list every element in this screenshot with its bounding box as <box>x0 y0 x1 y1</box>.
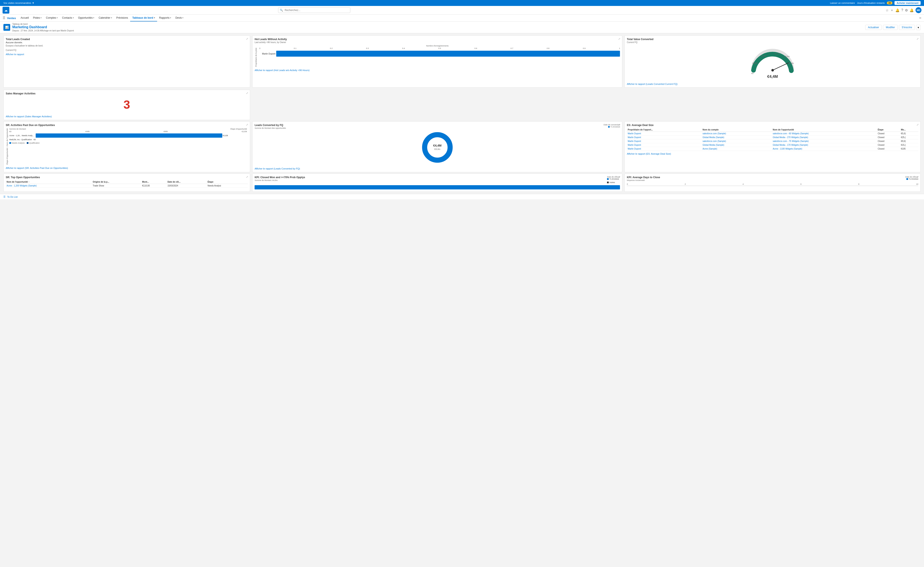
no-data-sub-text: Essayez d'actualiser le tableau de bord. <box>6 45 248 47</box>
nav-item-devis[interactable]: Devis ▾ <box>173 15 185 21</box>
amount-1: €5,0( <box>900 132 918 135</box>
nav-item-calendrier[interactable]: Calendrier ▾ <box>96 15 114 21</box>
average-deal-expand-icon[interactable]: ⤢ <box>916 123 919 126</box>
opp-col-amount: Mont... <box>141 180 167 184</box>
hot-leads-report-link[interactable]: Afficher le rapport (Hot Leads w/o Activ… <box>254 69 620 72</box>
table-row: Martin Dupont salesforce.com (Sample) sa… <box>627 140 918 143</box>
nav-item-previsions[interactable]: Prévisions <box>114 15 130 21</box>
average-deal-report-link[interactable]: Afficher le rapport (ES: Average Deal Si… <box>627 153 918 155</box>
comment-link[interactable]: Laisser un commentaire <box>830 2 855 4</box>
app-logo: ☁ <box>3 7 9 14</box>
bell-icon[interactable]: 🔔 <box>895 8 900 12</box>
modifier-button[interactable]: Modifier <box>883 25 898 30</box>
sinscrire-button[interactable]: S'inscrire <box>899 25 915 30</box>
nav-item-comptes[interactable]: Comptes ▾ <box>44 15 60 21</box>
settings-icon[interactable]: ⚙ <box>905 8 908 12</box>
opp-1[interactable]: salesforce.com - 60 Widgets (Sample) <box>772 132 877 135</box>
stage-1: Closed <box>877 132 900 135</box>
kpi-closed-autres-label: Autres <box>609 182 615 183</box>
activities-report-link[interactable]: Afficher le rapport (SR: Activities Past… <box>6 167 248 169</box>
more-actions-button[interactable]: ▾ <box>916 25 921 30</box>
activities-expand-icon[interactable]: ⤢ <box>246 123 248 126</box>
dashboard-info: Tableau de bord Marketing Dashboard Depu… <box>12 23 74 32</box>
nav-edit-icon[interactable]: ✏ <box>919 16 921 20</box>
leads-converted-widget: Leads Converted by FQ Somme de Montant d… <box>252 122 622 172</box>
help-icon[interactable]: ? <box>901 8 903 12</box>
leads-converted-expand-icon[interactable]: ⤢ <box>618 123 620 126</box>
table-row: Acme - 1,200 Widgets (Sample) Trade Show… <box>6 184 248 188</box>
top-open-opp-expand-icon[interactable]: ⤢ <box>246 176 248 178</box>
star-icon[interactable]: ☆ <box>886 8 889 12</box>
nav-label-accueil: Accueil <box>21 16 29 19</box>
total-value-expand-icon[interactable]: ⤢ <box>916 38 919 40</box>
opp-4[interactable]: Global Media - 170 Widgets (Sample) <box>772 143 877 147</box>
leads-converted-report-link[interactable]: Afficher le rapport (Leads Converted by … <box>254 167 620 170</box>
kpi-avg-expand-icon[interactable]: ⤢ <box>916 176 919 178</box>
add-icon[interactable]: ＋ <box>890 8 894 12</box>
dashboard-since: Depuis : 27 févr. 2024, 14:30 Affichage … <box>12 30 74 32</box>
notification-icon[interactable]: 🔔 <box>910 8 914 12</box>
opp-3[interactable]: salesforce.com - 75 Widgets (Sample) <box>772 140 877 143</box>
account-2[interactable]: Global Media (Sample) <box>702 135 772 140</box>
owner-5[interactable]: Martin Dupont <box>627 147 702 151</box>
recommended-visits[interactable]: Vos visites recommandées ▼ <box>3 2 35 4</box>
svg-point-9 <box>424 135 450 160</box>
account-3[interactable]: salesforce.com (Sample) <box>702 140 772 143</box>
expand-icon[interactable]: ⤢ <box>246 38 248 40</box>
nav-item-rapports[interactable]: Rapports ▾ <box>157 15 173 21</box>
pistes-chevron-icon: ▾ <box>41 17 42 19</box>
buy-now-button[interactable]: Acheter maintenant <box>894 1 921 5</box>
opp-col-origin: Origine de la p... <box>92 180 141 184</box>
sales-manager-expand-icon[interactable]: ⤢ <box>246 92 248 94</box>
owner-2[interactable]: Martin Dupont <box>627 135 702 140</box>
rapports-chevron-icon: ▾ <box>170 17 171 19</box>
amount-4: €15,( <box>900 143 918 147</box>
account-1[interactable]: salesforce.com (Sample) <box>702 132 772 135</box>
second-row-grid: SR: Activities Past Due on Opportunities… <box>0 122 924 174</box>
avatar[interactable]: MD <box>915 7 921 13</box>
owner-1[interactable]: Martin Dupont <box>627 132 702 135</box>
nav-item-tableaux[interactable]: Tableaux de bord ▾ <box>130 15 157 21</box>
kpi-closed-expand-icon[interactable]: ⤢ <box>618 176 620 178</box>
devis-chevron-icon: ▾ <box>182 17 184 19</box>
hot-leads-bar-container: Martin Dupont <box>258 50 620 57</box>
legend-qualification-label: Qualification <box>29 142 40 144</box>
navigation-bar: ⠿ Ventes Accueil Pistes ▾ Comptes ▾ Cont… <box>0 15 924 22</box>
opp-name-1[interactable]: Acme - 1,200 Widgets (Sample) <box>6 184 92 188</box>
opp-2[interactable]: Global Media - 270 Widgets (Sample) <box>772 135 877 140</box>
svg-text:€880k: €880k <box>752 62 758 64</box>
kpi-closed-t1-label: T1 EX2024 <box>609 178 619 180</box>
opp-5[interactable]: Acme - 1100 Widgets (Sample) <box>772 147 877 151</box>
hot-leads-expand-icon[interactable]: ⤢ <box>618 38 620 40</box>
stage-4: Closed <box>877 143 900 147</box>
dashboard-grid: Total Leads Created ⤢ Aucune donnée. Ess… <box>0 33 924 122</box>
nav-item-accueil[interactable]: Accueil <box>18 15 31 21</box>
search-input[interactable] <box>278 8 350 13</box>
opp-col-date: Date de clô... <box>167 180 207 184</box>
nav-item-contacts[interactable]: Contacts ▾ <box>60 15 76 21</box>
hot-leads-subtitle: Last activity >96 hours, by Owner <box>254 41 620 44</box>
opp-table-header: Nom de l'opportunité ↑ Origine de la p..… <box>6 180 248 184</box>
average-deal-size-widget: ES: Average Deal Size ⤢ Propriétaire de … <box>625 122 921 172</box>
hot-leads-title: Hot Leads Without Activity <box>254 38 620 41</box>
nav-item-opportunites[interactable]: Opportunités ▾ <box>76 15 96 21</box>
account-5[interactable]: Acme (Sample) <box>702 147 772 151</box>
opp-table-body: Acme - 1,200 Widgets (Sample) Trade Show… <box>6 184 248 188</box>
apps-grid-icon[interactable]: ⠿ <box>3 16 5 20</box>
opp-origin-1: Trade Show <box>92 184 141 188</box>
nav-item-pistes[interactable]: Pistes ▾ <box>31 15 44 21</box>
col-account: Nom du compte <box>702 128 772 132</box>
actualiser-button[interactable]: Actualiser <box>865 25 882 30</box>
account-4[interactable]: Global Media (Sample) <box>702 143 772 147</box>
dashboard-header: 📊 Tableau de bord Marketing Dashboard De… <box>0 22 924 33</box>
total-value-report-link[interactable]: Afficher le rapport (Leads Converted Cur… <box>627 83 918 85</box>
owner-3[interactable]: Martin Dupont <box>627 140 702 143</box>
col-amount: Mo... <box>900 128 918 132</box>
todo-list-bar[interactable]: ☰ To Do List <box>0 194 924 200</box>
sales-manager-report-link[interactable]: Afficher le rapport (Sales Manager Activ… <box>6 115 248 118</box>
donut-svg: €4,4M €4,4m <box>420 130 454 164</box>
table-row: Martin Dupont Global Media (Sample) Glob… <box>627 135 918 140</box>
legend-needs-analysis-label: Needs Analysis <box>12 142 25 144</box>
total-leads-report-link[interactable]: Afficher le rapport <box>6 53 248 56</box>
owner-4[interactable]: Martin Dupont <box>627 143 702 147</box>
